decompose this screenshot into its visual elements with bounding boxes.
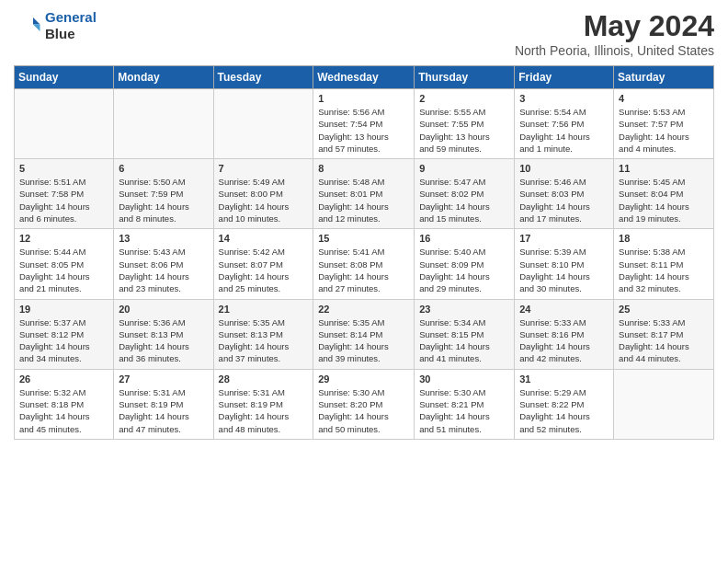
calendar-cell: 21Sunrise: 5:35 AM Sunset: 8:13 PM Dayli… xyxy=(213,299,313,369)
month-year: May 2024 xyxy=(515,9,714,43)
calendar-cell: 28Sunrise: 5:31 AM Sunset: 8:19 PM Dayli… xyxy=(213,369,313,439)
calendar-cell: 9Sunrise: 5:47 AM Sunset: 8:02 PM Daylig… xyxy=(415,159,515,229)
day-number: 18 xyxy=(619,233,709,244)
calendar-cell: 3Sunrise: 5:54 AM Sunset: 7:56 PM Daylig… xyxy=(515,89,614,159)
day-number: 30 xyxy=(419,373,509,385)
calendar-cell: 8Sunrise: 5:48 AM Sunset: 8:01 PM Daylig… xyxy=(313,159,415,229)
day-detail: Sunrise: 5:40 AM Sunset: 8:09 PM Dayligh… xyxy=(419,246,509,294)
calendar-cell: 14Sunrise: 5:42 AM Sunset: 8:07 PM Dayli… xyxy=(213,229,313,299)
day-detail: Sunrise: 5:36 AM Sunset: 8:13 PM Dayligh… xyxy=(119,316,208,365)
day-number: 28 xyxy=(219,373,309,385)
day-detail: Sunrise: 5:55 AM Sunset: 7:55 PM Dayligh… xyxy=(419,106,509,155)
logo: General Blue xyxy=(14,9,97,42)
calendar-week-1: 1Sunrise: 5:56 AM Sunset: 7:54 PM Daylig… xyxy=(15,89,714,159)
calendar-cell: 27Sunrise: 5:31 AM Sunset: 8:19 PM Dayli… xyxy=(114,369,213,439)
calendar-cell: 1Sunrise: 5:56 AM Sunset: 7:54 PM Daylig… xyxy=(313,89,415,159)
logo-line1: General xyxy=(45,9,97,25)
calendar-week-2: 5Sunrise: 5:51 AM Sunset: 7:58 PM Daylig… xyxy=(15,159,714,229)
day-detail: Sunrise: 5:34 AM Sunset: 8:15 PM Dayligh… xyxy=(419,316,509,365)
day-number: 19 xyxy=(19,304,108,315)
day-number: 8 xyxy=(318,163,409,174)
day-header-sunday: Sunday xyxy=(15,66,114,89)
page-header: General Blue May 2024 North Peoria, Illi… xyxy=(14,9,714,58)
calendar-cell: 7Sunrise: 5:49 AM Sunset: 8:00 PM Daylig… xyxy=(213,159,313,229)
day-header-thursday: Thursday xyxy=(415,66,515,89)
day-detail: Sunrise: 5:35 AM Sunset: 8:13 PM Dayligh… xyxy=(219,316,309,365)
calendar-cell: 24Sunrise: 5:33 AM Sunset: 8:16 PM Dayli… xyxy=(515,299,614,369)
calendar-cell xyxy=(114,89,213,159)
day-detail: Sunrise: 5:38 AM Sunset: 8:11 PM Dayligh… xyxy=(619,246,709,294)
calendar-cell: 22Sunrise: 5:35 AM Sunset: 8:14 PM Dayli… xyxy=(313,299,415,369)
logo-line2: Blue xyxy=(45,26,97,42)
day-number: 29 xyxy=(318,373,409,385)
day-number: 14 xyxy=(219,233,309,244)
day-number: 13 xyxy=(119,233,208,244)
day-detail: Sunrise: 5:30 AM Sunset: 8:21 PM Dayligh… xyxy=(419,386,509,435)
day-detail: Sunrise: 5:56 AM Sunset: 7:54 PM Dayligh… xyxy=(318,106,409,155)
logo-icon xyxy=(14,12,41,40)
calendar-header-row: SundayMondayTuesdayWednesdayThursdayFrid… xyxy=(15,66,714,89)
calendar-cell: 12Sunrise: 5:44 AM Sunset: 8:05 PM Dayli… xyxy=(15,229,114,299)
day-detail: Sunrise: 5:48 AM Sunset: 8:01 PM Dayligh… xyxy=(318,176,409,224)
day-detail: Sunrise: 5:42 AM Sunset: 8:07 PM Dayligh… xyxy=(219,246,309,294)
day-number: 22 xyxy=(318,304,409,315)
day-detail: Sunrise: 5:35 AM Sunset: 8:14 PM Dayligh… xyxy=(318,316,409,365)
day-number: 20 xyxy=(119,304,208,315)
day-number: 10 xyxy=(519,163,609,174)
calendar-week-4: 19Sunrise: 5:37 AM Sunset: 8:12 PM Dayli… xyxy=(15,299,714,369)
day-detail: Sunrise: 5:44 AM Sunset: 8:05 PM Dayligh… xyxy=(19,246,108,294)
day-number: 16 xyxy=(419,233,509,244)
day-detail: Sunrise: 5:53 AM Sunset: 7:57 PM Dayligh… xyxy=(619,106,709,155)
day-number: 3 xyxy=(519,93,609,104)
day-number: 7 xyxy=(219,163,309,174)
day-number: 23 xyxy=(419,304,509,315)
calendar-cell: 5Sunrise: 5:51 AM Sunset: 7:58 PM Daylig… xyxy=(15,159,114,229)
calendar-cell: 29Sunrise: 5:30 AM Sunset: 8:20 PM Dayli… xyxy=(313,369,415,439)
calendar-cell: 19Sunrise: 5:37 AM Sunset: 8:12 PM Dayli… xyxy=(15,299,114,369)
calendar-cell: 20Sunrise: 5:36 AM Sunset: 8:13 PM Dayli… xyxy=(114,299,213,369)
day-detail: Sunrise: 5:47 AM Sunset: 8:02 PM Dayligh… xyxy=(419,176,509,224)
day-detail: Sunrise: 5:31 AM Sunset: 8:19 PM Dayligh… xyxy=(219,386,309,435)
title-block: May 2024 North Peoria, Illinois, United … xyxy=(515,9,714,58)
day-detail: Sunrise: 5:37 AM Sunset: 8:12 PM Dayligh… xyxy=(19,316,108,365)
day-header-friday: Friday xyxy=(515,66,614,89)
calendar-table: SundayMondayTuesdayWednesdayThursdayFrid… xyxy=(14,65,714,440)
day-number: 12 xyxy=(19,233,108,244)
calendar-cell: 15Sunrise: 5:41 AM Sunset: 8:08 PM Dayli… xyxy=(313,229,415,299)
calendar-cell: 11Sunrise: 5:45 AM Sunset: 8:04 PM Dayli… xyxy=(614,159,714,229)
day-number: 15 xyxy=(318,233,409,244)
day-detail: Sunrise: 5:41 AM Sunset: 8:08 PM Dayligh… xyxy=(318,246,409,294)
day-detail: Sunrise: 5:31 AM Sunset: 8:19 PM Dayligh… xyxy=(119,386,208,435)
day-header-wednesday: Wednesday xyxy=(313,66,415,89)
day-detail: Sunrise: 5:49 AM Sunset: 8:00 PM Dayligh… xyxy=(219,176,309,224)
day-number: 5 xyxy=(19,163,108,174)
calendar-cell: 23Sunrise: 5:34 AM Sunset: 8:15 PM Dayli… xyxy=(415,299,515,369)
day-number: 4 xyxy=(619,93,709,104)
calendar-cell: 18Sunrise: 5:38 AM Sunset: 8:11 PM Dayli… xyxy=(614,229,714,299)
calendar-cell: 16Sunrise: 5:40 AM Sunset: 8:09 PM Dayli… xyxy=(415,229,515,299)
day-detail: Sunrise: 5:43 AM Sunset: 8:06 PM Dayligh… xyxy=(119,246,208,294)
day-header-tuesday: Tuesday xyxy=(213,66,313,89)
calendar-cell: 25Sunrise: 5:33 AM Sunset: 8:17 PM Dayli… xyxy=(614,299,714,369)
calendar-cell: 26Sunrise: 5:32 AM Sunset: 8:18 PM Dayli… xyxy=(15,369,114,439)
day-number: 31 xyxy=(519,373,609,385)
day-number: 11 xyxy=(619,163,709,174)
calendar-week-5: 26Sunrise: 5:32 AM Sunset: 8:18 PM Dayli… xyxy=(15,369,714,439)
calendar-cell xyxy=(614,369,714,439)
day-number: 17 xyxy=(519,233,609,244)
logo-text: General Blue xyxy=(45,9,97,42)
calendar-cell: 6Sunrise: 5:50 AM Sunset: 7:59 PM Daylig… xyxy=(114,159,213,229)
day-number: 2 xyxy=(419,93,509,104)
calendar-cell: 13Sunrise: 5:43 AM Sunset: 8:06 PM Dayli… xyxy=(114,229,213,299)
day-detail: Sunrise: 5:32 AM Sunset: 8:18 PM Dayligh… xyxy=(19,386,108,435)
day-number: 6 xyxy=(119,163,208,174)
day-detail: Sunrise: 5:50 AM Sunset: 7:59 PM Dayligh… xyxy=(119,176,208,224)
day-number: 24 xyxy=(519,304,609,315)
calendar-cell xyxy=(213,89,313,159)
day-number: 21 xyxy=(219,304,309,315)
day-detail: Sunrise: 5:45 AM Sunset: 8:04 PM Dayligh… xyxy=(619,176,709,224)
day-detail: Sunrise: 5:33 AM Sunset: 8:16 PM Dayligh… xyxy=(519,316,609,365)
day-header-monday: Monday xyxy=(114,66,213,89)
day-detail: Sunrise: 5:30 AM Sunset: 8:20 PM Dayligh… xyxy=(318,386,409,435)
calendar-cell: 2Sunrise: 5:55 AM Sunset: 7:55 PM Daylig… xyxy=(415,89,515,159)
